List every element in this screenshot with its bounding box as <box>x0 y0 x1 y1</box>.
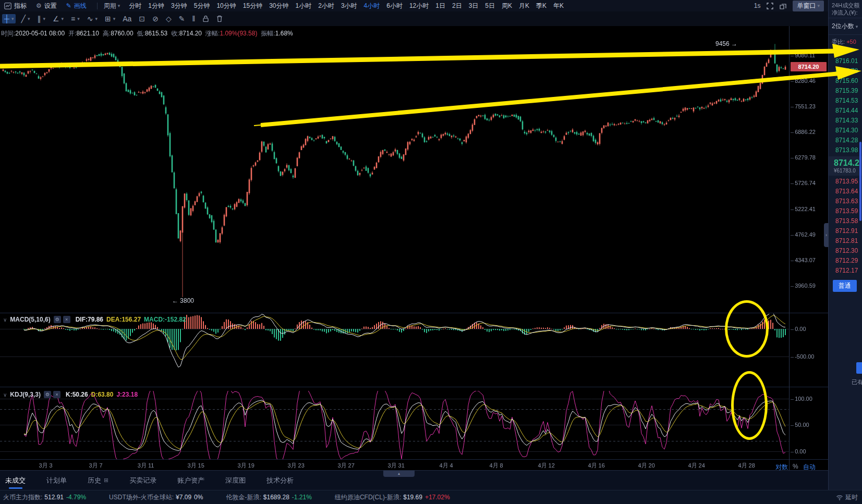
ask-price-row[interactable]: 8714.44 <box>829 106 862 116</box>
macd-close-icon[interactable]: × <box>63 316 70 323</box>
candlestick-chart[interactable] <box>0 26 789 470</box>
unlink-tool[interactable]: ⊘ <box>150 14 161 23</box>
settings-menu[interactable]: ⚙设置 <box>36 2 57 10</box>
period-tab-5[interactable]: 15分钟 <box>243 2 262 10</box>
period-tab-8[interactable]: 2小时 <box>318 2 334 10</box>
period-dropdown[interactable]: 周期 ▾ <box>104 2 120 10</box>
trendline-tool[interactable]: ╱▾ <box>19 14 32 23</box>
ticker-label: 纽约原油CFD(CL)-新浪: <box>335 494 401 501</box>
popout-icon[interactable] <box>780 3 786 9</box>
period-tab-2[interactable]: 3分钟 <box>171 2 187 10</box>
ask-price-row[interactable]: 8713.98 <box>829 145 862 155</box>
period-tab-15[interactable]: 3日 <box>469 2 479 10</box>
bid-price-row[interactable]: 8713.58 <box>829 216 862 226</box>
parallel-lines-tool[interactable]: ∥▾ <box>35 14 47 23</box>
period-tab-10[interactable]: 4小时 <box>364 2 380 10</box>
ticker-item: 火币主力指数:512.91-4.79% <box>3 493 86 502</box>
period-tab-19[interactable]: 季K <box>536 2 547 10</box>
tab-2[interactable]: 历史⊞ <box>88 471 108 490</box>
period-tab-12[interactable]: 12小时 <box>409 2 429 10</box>
bid-price-row[interactable]: 8712.29 <box>829 256 862 266</box>
period-tab-14[interactable]: 2日 <box>452 2 462 10</box>
kdj-axis-label: –0.00 <box>791 448 806 454</box>
window-mode-button[interactable]: 单窗口 ▾ <box>793 1 824 11</box>
ask-price-row[interactable]: 8715.78 <box>829 66 862 76</box>
bid-price-row[interactable]: 8713.59 <box>829 206 862 216</box>
tick-mark: – <box>791 257 794 263</box>
panel-collapse-handle[interactable]: › <box>824 223 829 247</box>
ask-price-row[interactable]: 8716.01 <box>829 56 862 66</box>
wave-tool[interactable]: ∿▾ <box>85 14 100 23</box>
kdj-header: ∨ KDJ(9,3,3) ⚙ × K:50.26 D:63.80 J:23.18 <box>3 391 138 398</box>
bid-price-row[interactable]: 8713.64 <box>829 187 862 196</box>
ask-price-row[interactable]: 8714.28 <box>829 136 862 145</box>
tab-0[interactable]: 未成交 <box>5 471 26 490</box>
horizontal-line-tool[interactable]: ≡▾ <box>69 14 82 23</box>
turnover-section: 24H成交额 净流入(¥): <box>829 0 862 18</box>
period-tab-9[interactable]: 3小时 <box>341 2 357 10</box>
period-tab-7[interactable]: 1小时 <box>296 2 312 10</box>
text-tool[interactable]: Aa <box>120 14 133 23</box>
period-tab-4[interactable]: 10分钟 <box>216 2 236 10</box>
indicator-menu-label: 指标 <box>14 2 27 10</box>
auto-scale-toggle[interactable]: 自动 <box>803 463 816 472</box>
bid-price-row[interactable]: 8712.91 <box>829 226 862 236</box>
order-mode-button[interactable]: 普通 <box>833 280 857 292</box>
tab-1[interactable]: 计划单 <box>46 471 67 490</box>
percent-scale-toggle[interactable]: % <box>793 463 798 472</box>
lock-tool[interactable] <box>200 14 211 23</box>
period-tab-13[interactable]: 1日 <box>435 2 445 10</box>
rectangle-tool[interactable]: ⊞▾ <box>103 14 117 23</box>
tab-4[interactable]: 账户资产 <box>177 471 204 490</box>
period-tab-17[interactable]: 周K <box>502 2 512 10</box>
price-axis[interactable]: –9080.11–8280.46–7551.23–6886.22–6279.78… <box>789 26 828 470</box>
ohlc-label: 高: <box>103 30 111 37</box>
tab-6[interactable]: 技术分析 <box>266 471 294 490</box>
tag-tool[interactable]: ◇ <box>164 14 174 23</box>
ask-price-row[interactable]: 8715.60 <box>829 76 862 86</box>
price-axis-value: 6886.22 <box>795 129 816 135</box>
draw-menu[interactable]: ✎画线 <box>66 2 87 10</box>
tab-3[interactable]: 买卖记录 <box>129 471 156 490</box>
period-tab-3[interactable]: 5分钟 <box>194 2 210 10</box>
bid-price-row[interactable]: 8713.63 <box>829 196 862 206</box>
kdj-settings-icon[interactable]: ⚙ <box>44 391 51 398</box>
scrollbar-thumb[interactable] <box>859 142 861 221</box>
bid-price-row[interactable]: 8713.95 <box>829 177 862 187</box>
bid-price-row[interactable]: 8712.81 <box>829 236 862 246</box>
tab-5[interactable]: 深度图 <box>225 471 246 490</box>
period-tab-6[interactable]: 30分钟 <box>269 2 288 10</box>
bid-price-row[interactable]: 8712.30 <box>829 246 862 256</box>
freehand-tool[interactable]: ✎ <box>177 14 187 23</box>
angle-tool[interactable]: ∠▾ <box>51 14 66 23</box>
bid-price-row[interactable]: 8712.17 <box>829 266 862 276</box>
collapse-chevron-icon[interactable]: ∨ <box>3 392 7 398</box>
date-axis[interactable]: 3月 33月 73月 113月 153月 193月 233月 273月 314月… <box>0 462 789 470</box>
macd-settings-icon[interactable]: ⚙ <box>54 316 61 323</box>
fullscreen-icon[interactable] <box>767 3 773 9</box>
price-axis-value: 6279.78 <box>795 154 816 161</box>
period-tab-18[interactable]: 月K <box>519 2 529 10</box>
ask-price-row[interactable]: 8715.39 <box>829 86 862 96</box>
period-tab-0[interactable]: 分时 <box>129 2 141 10</box>
delete-tool[interactable] <box>214 14 225 23</box>
action-button[interactable] <box>856 362 862 374</box>
indicator-menu[interactable]: 指标 <box>4 2 27 10</box>
kdj-close-icon[interactable]: × <box>53 391 60 398</box>
ask-price-row[interactable]: 8714.33 <box>829 116 862 126</box>
period-tab-20[interactable]: 年K <box>553 2 564 10</box>
decimals-dropdown[interactable]: 2位小数▾ <box>829 18 862 35</box>
period-tab-16[interactable]: 5日 <box>485 2 495 10</box>
edit-box-tool[interactable]: ⊡ <box>137 14 147 23</box>
collapse-chevron-icon[interactable]: ∨ <box>3 317 7 323</box>
ask-price-row[interactable]: 8714.30 <box>829 126 862 136</box>
crosshair-tool[interactable]: ┼▾ <box>2 14 16 23</box>
chevron-down-icon: ▾ <box>856 24 858 29</box>
period-tab-1[interactable]: 1分钟 <box>148 2 164 10</box>
collapse-panel-handle[interactable]: ▴ <box>383 471 415 477</box>
log-scale-toggle[interactable]: 对数 <box>775 463 788 472</box>
measure-tool[interactable]: ‖ <box>190 14 197 23</box>
ask-price-row[interactable]: 8714.53 <box>829 96 862 106</box>
period-tab-11[interactable]: 6小时 <box>386 2 403 10</box>
period-dropdown-label: 周期 <box>104 2 116 10</box>
